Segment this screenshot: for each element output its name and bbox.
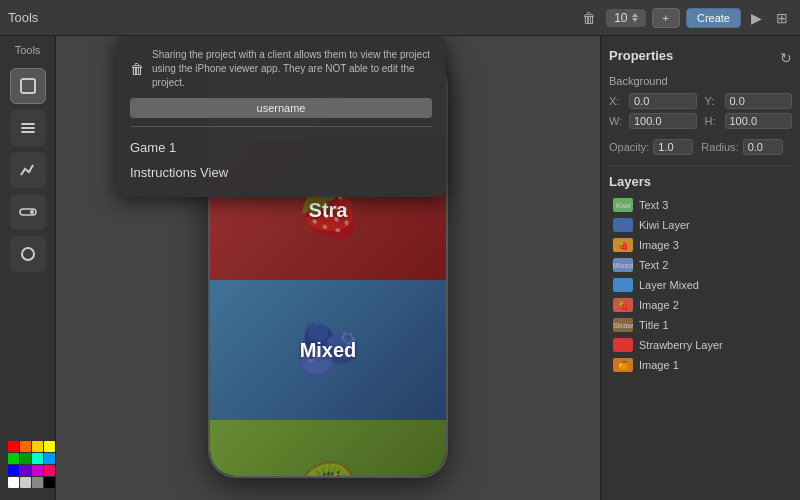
main-layout: Tools: [0, 36, 800, 500]
background-label: Background: [609, 75, 792, 87]
layer-thumb: [613, 278, 633, 292]
card-kiwi-overlay: Kiwi: [210, 420, 446, 476]
plus-button[interactable]: +: [652, 8, 680, 28]
layer-name: Strawberry Layer: [639, 339, 788, 351]
layer-name: Text 2: [639, 259, 788, 271]
layers-list: KiwiText 3Kiwi Layer🍓Image 3MixedText 2L…: [609, 195, 792, 375]
layer-thumb: 🍓: [613, 298, 633, 312]
svg-rect-1: [21, 123, 35, 125]
toggle-tool[interactable]: [10, 194, 46, 230]
layers-title: Layers: [609, 174, 792, 189]
layer-name: Image 1: [639, 359, 788, 371]
layer-item[interactable]: 🍊Image 1: [609, 355, 792, 375]
card-mixed-label: Mixed: [300, 339, 357, 362]
color-swatch[interactable]: [44, 441, 55, 452]
select-tool[interactable]: [10, 68, 46, 104]
arrow-down-icon[interactable]: [632, 18, 638, 22]
create-button[interactable]: Create: [686, 8, 741, 28]
color-swatch[interactable]: [32, 465, 43, 476]
chart-tool[interactable]: [10, 152, 46, 188]
layer-name: Layer Mixed: [639, 279, 788, 291]
color-swatch[interactable]: [8, 477, 19, 488]
layer-item[interactable]: 🍓Image 3: [609, 235, 792, 255]
properties-grid: X: 0.0 Y: 0.0 W: 100.0 H: 100.0: [609, 93, 792, 129]
prop-y: Y: 0.0: [705, 93, 793, 109]
arrow-up-icon[interactable]: [632, 13, 638, 17]
tools-sidebar-title: Tools: [15, 44, 41, 56]
counter-control[interactable]: 10: [606, 9, 645, 27]
refresh-icon[interactable]: ↻: [780, 50, 792, 66]
color-swatch[interactable]: [20, 477, 31, 488]
opacity-label: Opacity:: [609, 141, 649, 153]
layer-name: Image 3: [639, 239, 788, 251]
card-mixed: 🫐 Mixed: [210, 280, 446, 420]
toolbar-title: Tools: [8, 10, 38, 25]
color-swatch[interactable]: [20, 441, 31, 452]
color-palette: [4, 437, 52, 492]
trash-icon[interactable]: 🗑: [578, 8, 600, 28]
x-value[interactable]: 0.0: [629, 93, 697, 109]
color-swatch[interactable]: [20, 453, 31, 464]
card-strawberry-label: Stra: [309, 199, 348, 222]
color-swatch[interactable]: [44, 453, 55, 464]
counter-value: 10: [614, 11, 627, 25]
color-swatch[interactable]: [8, 465, 19, 476]
layer-thumb: Mixed: [613, 258, 633, 272]
prop-w: W: 100.0: [609, 113, 697, 129]
popup-share-text: Sharing the project with a client allows…: [152, 48, 432, 90]
prop-opacity: Opacity: 1.0: [609, 139, 693, 155]
layer-item[interactable]: StrawTitle 1: [609, 315, 792, 335]
popup-item-game1[interactable]: Game 1: [130, 135, 432, 160]
x-label: X:: [609, 95, 625, 107]
popup-username[interactable]: username: [130, 98, 432, 118]
circle-tool[interactable]: [10, 236, 46, 272]
h-label: H:: [705, 115, 721, 127]
layer-name: Text 3: [639, 199, 788, 211]
layer-item[interactable]: Kiwi Layer: [609, 215, 792, 235]
layer-thumb: 🍊: [613, 358, 633, 372]
color-swatch[interactable]: [32, 477, 43, 488]
popup-trash-icon[interactable]: 🗑: [130, 61, 144, 77]
svg-rect-3: [21, 131, 35, 133]
layer-item[interactable]: KiwiText 3: [609, 195, 792, 215]
layer-item[interactable]: 🍓Image 2: [609, 295, 792, 315]
opacity-value[interactable]: 1.0: [653, 139, 693, 155]
prop-h: H: 100.0: [705, 113, 793, 129]
chart-icon: [19, 161, 37, 179]
svg-point-6: [22, 248, 34, 260]
layer-thumb: [613, 218, 633, 232]
prop-radius: Radius: 0.0: [701, 139, 782, 155]
color-swatch[interactable]: [44, 465, 55, 476]
layer-thumb: [613, 338, 633, 352]
layer-thumb: Straw: [613, 318, 633, 332]
color-swatch[interactable]: [32, 453, 43, 464]
h-value[interactable]: 100.0: [725, 113, 793, 129]
color-swatch[interactable]: [32, 441, 43, 452]
popup-item-instructions[interactable]: Instructions View: [130, 160, 432, 185]
list-tool[interactable]: [10, 110, 46, 146]
share-icon[interactable]: ⊞: [772, 8, 792, 28]
layer-item[interactable]: Strawberry Layer: [609, 335, 792, 355]
circle-icon: [19, 245, 37, 263]
layer-item[interactable]: Layer Mixed: [609, 275, 792, 295]
layer-name: Kiwi Layer: [639, 219, 788, 231]
y-label: Y:: [705, 95, 721, 107]
forward-icon[interactable]: ▶: [747, 8, 766, 28]
layer-item[interactable]: MixedText 2: [609, 255, 792, 275]
color-swatch[interactable]: [8, 441, 19, 452]
counter-arrows[interactable]: [632, 13, 638, 22]
color-swatch[interactable]: [20, 465, 31, 476]
properties-title: Properties: [609, 48, 673, 63]
card-kiwi: 🥝 Kiwi: [210, 420, 446, 476]
lines-icon: [19, 119, 37, 137]
w-value[interactable]: 100.0: [629, 113, 697, 129]
y-value[interactable]: 0.0: [725, 93, 793, 109]
toggle-icon: [19, 203, 37, 221]
share-popup: 🗑 Sharing the project with a client allo…: [116, 36, 446, 197]
w-label: W:: [609, 115, 625, 127]
color-swatch[interactable]: [8, 453, 19, 464]
color-swatch[interactable]: [44, 477, 55, 488]
radius-value[interactable]: 0.0: [743, 139, 783, 155]
sidebar-divider: [609, 165, 792, 166]
square-icon: [19, 77, 37, 95]
